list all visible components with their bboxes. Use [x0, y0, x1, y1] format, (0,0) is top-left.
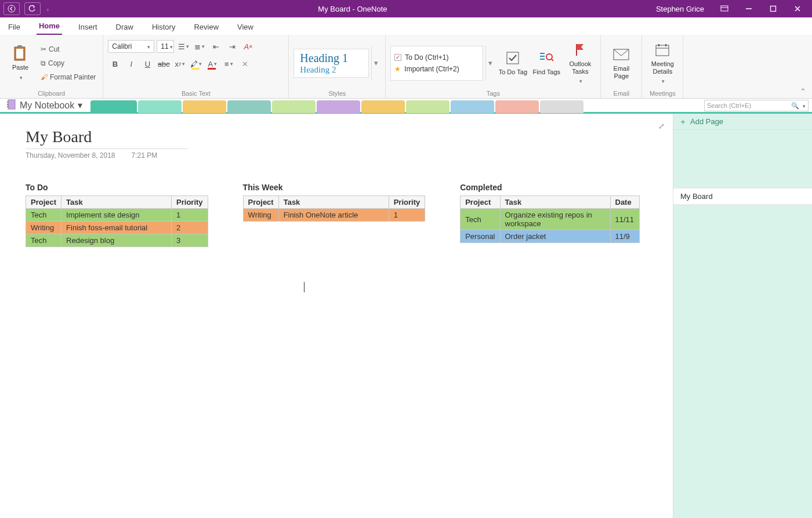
section-tab[interactable] — [451, 100, 494, 113]
board-table[interactable]: ProjectTaskDateTechOrganize existing rep… — [460, 195, 639, 243]
user-name[interactable]: Stephen Grice — [656, 5, 704, 13]
page-list-item[interactable]: My Board — [673, 188, 812, 205]
section-tab[interactable] — [183, 100, 226, 113]
strikethrough-button[interactable]: abc — [157, 57, 171, 71]
table-row[interactable]: WritingFinish OneNote article1 — [243, 209, 425, 222]
table-cell[interactable]: 2 — [172, 222, 208, 234]
undo-button[interactable] — [24, 2, 41, 15]
qat-dropdown[interactable] — [45, 5, 49, 13]
table-cell[interactable]: Tech — [26, 209, 61, 222]
subscript-button[interactable]: x2 — [173, 57, 187, 71]
collapse-ribbon-button[interactable]: ⌃ — [800, 87, 806, 96]
table-cell[interactable]: Personal — [461, 230, 500, 243]
board-table[interactable]: ProjectTaskPriorityWritingFinish OneNote… — [243, 195, 426, 222]
minimize-button[interactable] — [738, 1, 760, 17]
table-cell[interactable]: Tech — [26, 234, 61, 247]
table-cell[interactable]: Implement site design — [61, 209, 172, 222]
column-header[interactable]: Project — [243, 196, 278, 209]
font-color-button[interactable]: A — [205, 57, 219, 71]
tag-todo[interactable]: ✓To Do (Ctrl+1) — [394, 53, 479, 61]
email-page-button[interactable]: Email Page — [606, 39, 637, 87]
tags-gallery[interactable]: ✓To Do (Ctrl+1) ★Important (Ctrl+2) — [390, 46, 483, 81]
copy-button[interactable]: ⧉Copy — [38, 57, 98, 70]
styles-more-button[interactable]: ▾ — [371, 46, 380, 81]
column-header[interactable]: Task — [61, 196, 172, 209]
section-tab[interactable] — [272, 100, 316, 113]
back-button[interactable] — [3, 2, 20, 15]
tab-view[interactable]: View — [235, 19, 256, 35]
ribbon-options-button[interactable] — [713, 1, 735, 17]
section-tab[interactable] — [227, 100, 271, 113]
column-header[interactable]: Date — [610, 196, 639, 209]
table-cell[interactable]: Writing — [243, 209, 278, 222]
table-cell[interactable]: Tech — [461, 209, 500, 230]
table-cell[interactable]: Redesign blog — [61, 234, 172, 247]
column-header[interactable]: Task — [278, 196, 389, 209]
table-cell[interactable]: Finish OneNote article — [278, 209, 389, 222]
tab-file[interactable]: File — [6, 19, 23, 35]
table-row[interactable]: TechOrganize existing repos in workspace… — [461, 209, 639, 230]
numbering-button[interactable]: ≣ — [193, 39, 206, 53]
column-header[interactable]: Project — [26, 196, 61, 209]
table-cell[interactable]: 3 — [172, 234, 208, 247]
format-painter-button[interactable]: 🖌Format Painter — [38, 71, 98, 84]
section-tab[interactable] — [138, 100, 182, 113]
add-page-button[interactable]: ＋ Add Page — [673, 114, 812, 130]
outdent-button[interactable]: ⇤ — [209, 39, 223, 53]
outlook-tasks-button[interactable]: Outlook Tasks — [564, 39, 596, 87]
tab-history[interactable]: History — [150, 19, 177, 35]
table-row[interactable]: PersonalOrder jacket11/9 — [461, 230, 639, 243]
section-tab[interactable] — [406, 100, 449, 113]
meeting-details-button[interactable]: Meeting Details — [647, 39, 678, 87]
column-header[interactable]: Priority — [172, 196, 208, 209]
bold-button[interactable]: B — [108, 57, 122, 71]
table-cell[interactable]: Organize existing repos in workspace — [500, 209, 610, 230]
align-button[interactable]: ≡ — [222, 57, 235, 71]
styles-gallery[interactable]: Heading 1 Heading 2 — [293, 49, 369, 78]
table-row[interactable]: TechImplement site design1 — [26, 209, 208, 222]
indent-button[interactable]: ⇥ — [225, 39, 239, 53]
font-size-selector[interactable]: 11 — [157, 40, 174, 53]
paste-button[interactable]: Paste — [5, 39, 36, 87]
close-button[interactable] — [786, 1, 809, 17]
table-cell[interactable]: 11/11 — [610, 209, 639, 230]
search-input[interactable]: Search (Ctrl+E) 🔍 — [704, 100, 809, 111]
tags-more-button[interactable]: ▾ — [485, 46, 495, 81]
section-tab[interactable] — [495, 100, 539, 113]
section-tab[interactable] — [317, 100, 360, 113]
page-canvas[interactable]: ⤢ My Board Thursday, November 8, 2018 7:… — [0, 114, 673, 518]
italic-button[interactable]: I — [124, 57, 138, 71]
clear-formatting-button[interactable]: A✕ — [241, 39, 255, 53]
tab-review[interactable]: Review — [191, 19, 221, 35]
style-heading2[interactable]: Heading 2 — [300, 65, 362, 75]
page-title[interactable]: My Board — [26, 128, 188, 149]
cut-button[interactable]: ✂Cut — [38, 43, 98, 56]
font-name-selector[interactable]: Calibri — [108, 40, 154, 53]
table-cell[interactable]: 1 — [172, 209, 208, 222]
table-cell[interactable]: Order jacket — [500, 230, 610, 243]
underline-button[interactable]: U — [140, 57, 154, 71]
find-tags-button[interactable]: Find Tags — [531, 39, 562, 87]
bullets-button[interactable]: ☰ — [176, 39, 190, 53]
expand-icon[interactable]: ⤢ — [658, 122, 665, 131]
table-cell[interactable]: Finish foss-email tutorial — [61, 222, 172, 234]
tab-insert[interactable]: Insert — [76, 19, 100, 35]
tab-home[interactable]: Home — [37, 18, 62, 35]
section-tab[interactable] — [361, 100, 405, 113]
maximize-button[interactable] — [762, 1, 784, 17]
tab-draw[interactable]: Draw — [114, 19, 136, 35]
table-row[interactable]: TechRedesign blog3 — [26, 234, 208, 247]
table-cell[interactable]: 11/9 — [610, 230, 639, 243]
section-tab[interactable] — [90, 100, 137, 113]
table-row[interactable]: WritingFinish foss-email tutorial2 — [26, 222, 208, 234]
tag-important[interactable]: ★Important (Ctrl+2) — [394, 65, 479, 73]
highlight-button[interactable]: 🖍 — [189, 57, 203, 71]
todo-tag-button[interactable]: To Do Tag — [497, 39, 528, 87]
section-tab[interactable] — [540, 100, 583, 113]
notebook-selector[interactable]: My Notebook ▾ — [3, 99, 86, 112]
board-table[interactable]: ProjectTaskPriorityTechImplement site de… — [26, 195, 208, 247]
column-header[interactable]: Task — [500, 196, 610, 209]
column-header[interactable]: Priority — [389, 196, 425, 209]
table-cell[interactable]: 1 — [389, 209, 425, 222]
delete-button[interactable]: ✕ — [238, 57, 252, 71]
